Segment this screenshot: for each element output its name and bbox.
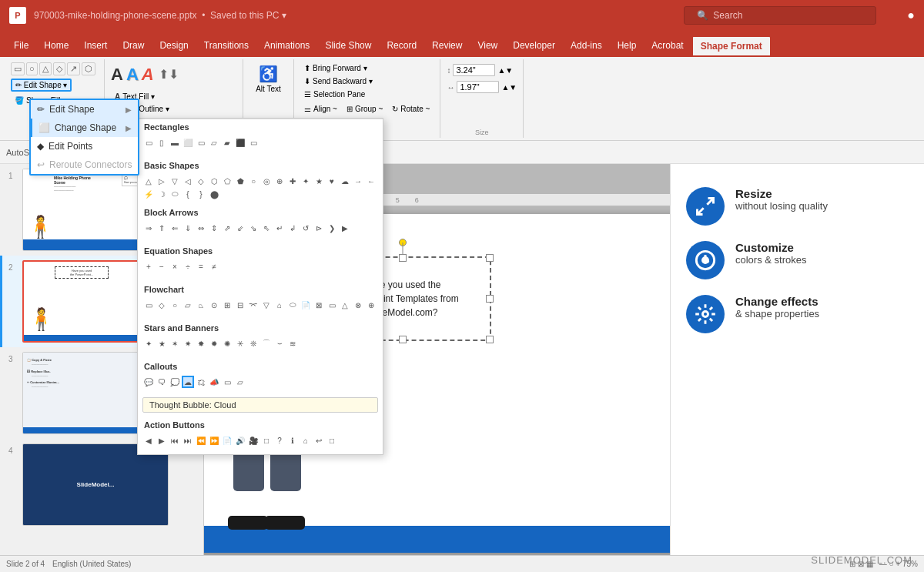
shape-fc-input[interactable]: ⌤ (247, 299, 259, 311)
shape-callout-6[interactable]: ▱ (234, 376, 246, 388)
shape-action-fwd[interactable]: ▶ (156, 434, 168, 447)
shape-star4[interactable]: ✦ (142, 337, 155, 350)
tab-insert[interactable]: Insert (76, 35, 115, 55)
align-button[interactable]: ⚌ Align ~ (300, 103, 341, 115)
shape-barrow-ur[interactable]: ⇗ (221, 222, 233, 234)
shape-diamond[interactable]: ◇ (195, 175, 207, 187)
shape-fc-sort[interactable]: ⊕ (365, 299, 377, 311)
tab-review[interactable]: Review (424, 35, 470, 55)
shape-fc-trap[interactable]: ⏢ (195, 299, 207, 311)
width-spinners[interactable]: ▲▼ (501, 83, 517, 92)
shape-ribbon2[interactable]: ≋ (286, 337, 299, 350)
shape-bracket-r[interactable]: } (195, 188, 207, 200)
shape-fc-card[interactable]: ▭ (326, 299, 338, 311)
shape-fc-manual[interactable]: ⊞ (221, 299, 233, 311)
tab-acrobat[interactable]: Acrobat (644, 35, 691, 55)
shape-action-back[interactable]: ◀ (142, 434, 155, 447)
shape-cylinder[interactable]: ⬭ (169, 188, 181, 200)
shape-fc-rect[interactable]: ▭ (142, 299, 155, 311)
shape-eq-mult[interactable]: × (169, 260, 181, 273)
tab-design[interactable]: Design (152, 35, 196, 55)
shape-star16[interactable]: ⚹ (234, 337, 246, 350)
shape-tool-5[interactable]: ↗ (67, 62, 80, 75)
shape-dtri[interactable]: ▽ (169, 175, 181, 187)
shape-action-home[interactable]: ⌂ (300, 434, 312, 447)
tab-record[interactable]: Record (379, 35, 424, 55)
shape-plus[interactable]: ⊕ (273, 175, 286, 187)
shape-barrow-u[interactable]: ⇑ (156, 222, 168, 234)
tab-transitions[interactable]: Transitions (196, 35, 256, 55)
shape-tool-1[interactable]: ▭ (11, 62, 25, 75)
shape-fc-doc[interactable]: 📄 (300, 299, 312, 311)
shape-callout-rect[interactable]: 💬 (142, 376, 155, 388)
shape-ltri[interactable]: ◁ (182, 175, 194, 187)
shape-callout-4[interactable]: 📣 (208, 376, 220, 388)
shape-oval[interactable]: ◎ (260, 175, 273, 187)
shape-fc-delay[interactable]: ⊟ (234, 299, 246, 311)
shape-fc-para[interactable]: ▱ (182, 299, 194, 311)
shape-bent-r[interactable]: ↵ (273, 222, 286, 234)
shape-action-doc[interactable]: 📄 (221, 434, 233, 447)
shape-tool-3[interactable]: △ (39, 62, 52, 75)
shape-rect-2[interactable]: ▯ (156, 136, 168, 149)
shape-action-next[interactable]: ⏩ (208, 434, 220, 447)
shape-banner1[interactable]: ⌒ (260, 337, 273, 350)
height-spinners[interactable]: ▲▼ (497, 66, 513, 75)
shape-heart[interactable]: ♥ (326, 175, 338, 187)
tab-home[interactable]: Home (36, 35, 76, 55)
rotate-button[interactable]: ↻ Rotate ~ (388, 103, 434, 115)
shape-bracket-l[interactable]: { (182, 188, 194, 200)
shape-action-help[interactable]: ? (273, 434, 286, 447)
shape-arrow-l[interactable]: ← (365, 175, 377, 187)
shape-action-movie[interactable]: 🎥 (247, 434, 259, 447)
shape-moon[interactable]: ☽ (156, 188, 168, 200)
shape-fc-offpage[interactable]: ⌂ (273, 299, 286, 311)
shape-rect-3[interactable]: ▬ (169, 136, 181, 149)
shape-fc-extract[interactable]: △ (339, 299, 351, 311)
shape-star12[interactable]: ✺ (221, 337, 233, 350)
shape-star4[interactable]: ✦ (300, 175, 312, 187)
search-box[interactable]: 🔍 Search (684, 6, 876, 25)
shape-callout-round[interactable]: 🗨 (156, 376, 168, 388)
shape-star5[interactable]: ★ (156, 337, 168, 350)
shape-cross[interactable]: ✚ (286, 175, 299, 187)
shape-rect-7[interactable]: ▰ (221, 136, 233, 149)
shape-tool-4[interactable]: ◇ (53, 62, 65, 75)
shape-action-end[interactable]: ⏭ (182, 434, 194, 447)
shape-rect-5[interactable]: ▭ (195, 136, 207, 149)
tab-animations[interactable]: Animations (256, 35, 317, 55)
group-button[interactable]: ⊞ Group ~ (343, 103, 387, 115)
shape-action-blank[interactable]: □ (260, 434, 273, 447)
height-input[interactable] (453, 64, 495, 76)
shape-tool-2[interactable]: ○ (26, 62, 38, 75)
send-backward-button[interactable]: ⬇ Send Backward ▾ (300, 75, 377, 87)
shape-action-custom[interactable]: □ (326, 434, 338, 447)
tab-file[interactable]: File (6, 35, 36, 55)
tab-shape-format[interactable]: Shape Format (691, 35, 772, 55)
tab-addins[interactable]: Add-ins (563, 35, 610, 55)
shape-action-beg[interactable]: ⏮ (169, 434, 181, 447)
shape-callout-3[interactable]: 🗯 (195, 376, 207, 388)
tab-help[interactable]: Help (610, 35, 644, 55)
shape-circle[interactable]: ○ (247, 175, 259, 187)
shape-barrow-dl[interactable]: ⇙ (234, 222, 246, 234)
shape-callout-5[interactable]: ▭ (221, 376, 233, 388)
shape-star8[interactable]: ✸ (195, 337, 207, 350)
menu-edit-shape[interactable]: ✏ Edit Shape ▶ (31, 100, 138, 119)
shape-fc-mult[interactable]: ⊠ (313, 299, 325, 311)
account-icon[interactable]: ● (907, 8, 915, 22)
shape-fc-diamond[interactable]: ◇ (156, 299, 168, 311)
tab-view[interactable]: View (470, 35, 505, 55)
shape-ribbon1[interactable]: ⌣ (273, 337, 286, 350)
shape-callout-line1[interactable]: 💭 (169, 376, 181, 388)
shape-strip-arrow[interactable]: ▶ (339, 222, 351, 234)
tab-slideshow[interactable]: Slide Show (317, 35, 379, 55)
shape-action-prev[interactable]: ⏪ (195, 434, 207, 447)
shape-fc-collate[interactable]: ⊗ (352, 299, 364, 311)
shape-action-return[interactable]: ↩ (313, 434, 325, 447)
shape-star5[interactable]: ★ (313, 175, 325, 187)
shape-fc-merge[interactable]: ▽ (260, 299, 273, 311)
tab-developer[interactable]: Developer (505, 35, 563, 55)
menu-reroute[interactable]: ↩ Reroute Connectors (31, 156, 138, 174)
shape-fc-db[interactable]: ⬭ (286, 299, 299, 311)
